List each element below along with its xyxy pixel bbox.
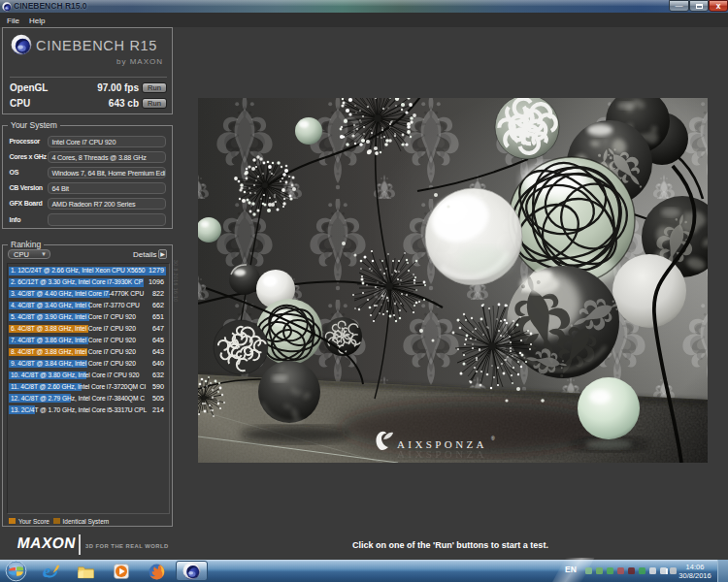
- svg-text:e: e: [43, 563, 50, 581]
